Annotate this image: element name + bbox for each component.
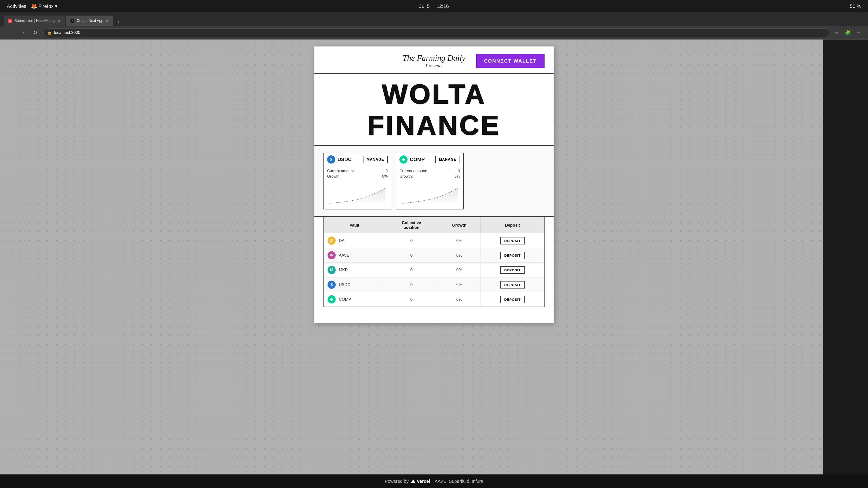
newspaper-title: The Farming Daily [397, 53, 471, 63]
table-row: 👁 AAVE 0 0% DEPOSIT [324, 248, 544, 263]
comp-current-amount-row: Current amount: 0 [399, 169, 460, 173]
dai-growth-cell: 0% [438, 233, 481, 248]
usdc-card-stats: Current amount: 0 Growth: 0% [324, 166, 391, 181]
usdc-token-name: USDC [338, 157, 363, 162]
comp-token-label: COMP [339, 297, 351, 302]
dai-token-label: DAI [339, 238, 346, 243]
usdc-growth-value: 0% [382, 174, 388, 179]
extensions-icon[interactable]: 🧩 [844, 29, 852, 37]
usdc-chart [327, 183, 388, 206]
mkr-deposit-cell: DEPOSIT [481, 263, 544, 278]
usdc-card-header: $ USDC MANAGE [324, 153, 391, 166]
tab-submission-close[interactable]: ✕ [57, 19, 60, 23]
mkr-token-icon: M [328, 266, 336, 274]
menu-icon[interactable]: ☰ [855, 29, 863, 37]
comp-chart [399, 183, 460, 206]
dark-side-block [823, 39, 868, 488]
address-bar[interactable]: 🔒 localhost:3000 [43, 29, 829, 37]
usdc-vault-card: $ USDC MANAGE Current amount: 0 Growth: … [323, 153, 391, 209]
usdc-deposit-button[interactable]: DEPOSIT [500, 281, 525, 289]
usdc-growth-label: Growth: [327, 174, 341, 179]
table-row: ◆ COMP 0 0% DEPOSIT [324, 292, 544, 307]
partners-label: , AAVE, Superfluid, Infura [432, 479, 483, 484]
mkr-token-label: MKR [339, 268, 348, 272]
table-row: M MKR 0 0% DEPOSIT [324, 263, 544, 278]
tab-nextapp[interactable]: N Create Next App ✕ [66, 15, 113, 26]
forward-button[interactable]: → [18, 28, 27, 37]
mkr-deposit-button[interactable]: DEPOSIT [500, 266, 525, 274]
header-title-block: The Farming Daily Presents [397, 53, 471, 69]
comp-deposit-cell: DEPOSIT [481, 292, 544, 307]
table-row: ◎ DAI 0 0% DEPOSIT [324, 233, 544, 248]
vault-name-cell-usdc: $ USDC [324, 278, 385, 292]
comp-current-amount-label: Current amount: [399, 169, 427, 173]
app-paper: The Farming Daily Presents CONNECT WALLE… [314, 46, 554, 323]
aave-growth-cell: 0% [438, 248, 481, 263]
powered-by-label: Powered by [385, 479, 409, 484]
battery-label: 50 % [850, 3, 861, 9]
usdc-token-icon: $ [327, 156, 335, 164]
new-tab-button[interactable]: + [114, 18, 123, 26]
nav-bar: ← → ↻ 🔒 localhost:3000 ☆ 🧩 ☰ [0, 26, 868, 39]
table-row: $ USDC 0 0% DEPOSIT [324, 278, 544, 292]
vault-table-section: Vault Collectiveposition Growth Deposit … [314, 217, 554, 314]
tab-nextapp-label: Create Next App [76, 19, 103, 23]
page-area: The Farming Daily Presents CONNECT WALLE… [0, 39, 868, 488]
page-footer: Powered by Vercel , AAVE, Superfluid, In… [0, 475, 868, 488]
firefox-label: 🦊 Firefox ▾ [31, 3, 58, 9]
app-header: The Farming Daily Presents CONNECT WALLE… [314, 46, 554, 74]
usdc-manage-button[interactable]: MANAGE [363, 156, 388, 163]
usdc-token-label: USDC [339, 283, 350, 287]
date-label: Jul 5 [419, 3, 430, 9]
comp-current-amount-value: 0 [458, 169, 460, 173]
connect-wallet-button[interactable]: CONNECT WALLET [476, 54, 545, 68]
comp-card-header: ◆ COMP MANAGE [396, 153, 463, 166]
comp-token-name: COMP [410, 157, 435, 162]
comp-manage-button[interactable]: MANAGE [435, 156, 460, 163]
address-text: localhost:3000 [54, 30, 80, 35]
aave-deposit-cell: DEPOSIT [481, 248, 544, 263]
newspaper-subtitle: Presents [397, 63, 471, 69]
mkr-growth-cell: 0% [438, 263, 481, 278]
mkr-collective-cell: 0 [385, 263, 438, 278]
comp-growth-label: Growth: [399, 174, 413, 179]
os-topbar: Activities 🦊 Firefox ▾ Jul 5 12:16 50 % [0, 0, 868, 12]
aave-collective-cell: 0 [385, 248, 438, 263]
vercel-logo: Vercel [411, 479, 430, 484]
comp-growth-row: Growth: 0% [399, 174, 460, 179]
comp-deposit-button[interactable]: DEPOSIT [500, 296, 525, 303]
tab-submission-label: Submission | HackMoney [14, 19, 55, 23]
refresh-button[interactable]: ↻ [31, 28, 40, 37]
comp-card-stats: Current amount: 0 Growth: 0% [396, 166, 463, 181]
security-icon: 🔒 [47, 31, 52, 35]
main-title-section: WOLTA FINANCE [314, 74, 554, 146]
tab-bar: S Submission | HackMoney ✕ N Create Next… [0, 12, 868, 26]
vault-table: Vault Collectiveposition Growth Deposit … [323, 217, 545, 307]
time-label: 12:16 [436, 3, 449, 9]
tab-submission[interactable]: S Submission | HackMoney ✕ [4, 15, 65, 26]
comp-collective-cell: 0 [385, 292, 438, 307]
activities-label[interactable]: Activities [7, 3, 26, 9]
vercel-triangle-icon [411, 479, 415, 483]
comp-token-icon: ◆ [328, 295, 336, 303]
usdc-growth-cell: 0% [438, 278, 481, 292]
bookmark-icon[interactable]: ☆ [833, 29, 841, 37]
dai-collective-cell: 0 [385, 233, 438, 248]
back-button[interactable]: ← [5, 28, 14, 37]
usdc-current-amount-row: Current amount: 0 [327, 169, 388, 173]
deposit-col-header: Deposit [481, 217, 544, 233]
vault-name-cell-aave: 👁 AAVE [324, 248, 385, 263]
tab-nextapp-close[interactable]: ✕ [105, 19, 108, 23]
vault-name-cell-comp: ◆ COMP [324, 292, 385, 307]
dai-deposit-cell: DEPOSIT [481, 233, 544, 248]
comp-vault-card: ◆ COMP MANAGE Current amount: 0 Growth: … [396, 153, 464, 209]
growth-col-header: Growth [438, 217, 481, 233]
wolta-title: WOLTA FINANCE [323, 78, 545, 141]
vercel-label: Vercel [417, 479, 430, 484]
aave-deposit-button[interactable]: DEPOSIT [500, 252, 525, 259]
dai-deposit-button[interactable]: DEPOSIT [500, 237, 525, 245]
usdc-token-icon: $ [328, 281, 336, 289]
aave-token-icon: 👁 [328, 251, 336, 259]
aave-token-label: AAVE [339, 253, 349, 258]
usdc-collective-cell: 0 [385, 278, 438, 292]
